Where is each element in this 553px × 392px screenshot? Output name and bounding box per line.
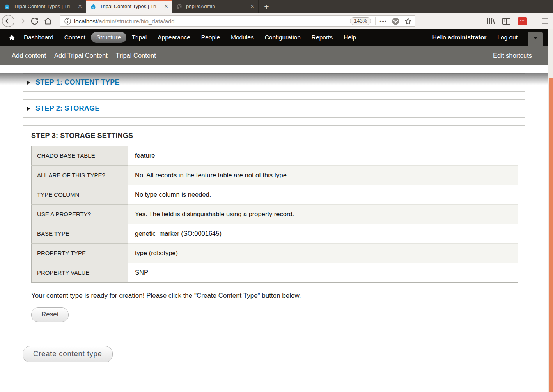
site-info-icon[interactable]: [64, 18, 71, 25]
row-value: genetic_marker (SO:0001645): [128, 224, 518, 244]
admin-menu-content[interactable]: Content: [59, 32, 91, 43]
tab-close-icon[interactable]: ×: [163, 3, 169, 10]
url-bar[interactable]: localhost/admin/structure/bio_data/add 1…: [60, 15, 415, 27]
tab-title: Tripal Content Types | Tri: [100, 4, 163, 9]
user-greeting: Hello administrator: [427, 34, 492, 41]
admin-menu-configuration[interactable]: Configuration: [259, 32, 306, 43]
create-content-type-button[interactable]: Create content type: [23, 346, 113, 362]
browser-tab-1[interactable]: Tripal Content Types | Tri ×: [0, 0, 86, 13]
admin-menu-help[interactable]: Help: [338, 32, 362, 43]
drupal-favicon-icon: [90, 4, 96, 10]
phppgadmin-favicon-icon: [176, 4, 183, 10]
toolbar-toggle-button[interactable]: [528, 32, 543, 46]
pocket-icon[interactable]: [392, 18, 399, 25]
row-label: USE A PROPERTY?: [32, 205, 128, 224]
browser-tab-strip: Tripal Content Types | Tri × Tripal Cont…: [0, 0, 553, 13]
row-value: No type column is needed.: [128, 185, 518, 205]
logout-link[interactable]: Log out: [492, 34, 523, 41]
browser-tab-3[interactable]: phpPgAdmin ×: [172, 0, 258, 13]
table-row: ALL ARE OF THIS TYPE? No. All records in…: [32, 166, 518, 185]
shortcut-add-tripal-content[interactable]: Add Tripal Content: [54, 52, 108, 59]
row-label: PROPERTY TYPE: [32, 244, 128, 263]
page-actions-icon[interactable]: •••: [379, 18, 387, 25]
admin-menu-modules[interactable]: Modules: [225, 32, 259, 43]
step2-title-link[interactable]: STEP 2: STORAGE: [35, 104, 99, 113]
ready-note: Your content type is ready for creation!…: [31, 292, 518, 300]
admin-menu-tripal[interactable]: Tripal: [126, 32, 152, 43]
step3-title: STEP 3: STORAGE SETTINGS: [31, 132, 518, 140]
extension-addon-icon[interactable]: •••: [518, 17, 527, 25]
table-row: PROPERTY VALUE SNP: [32, 263, 518, 283]
divider: [375, 17, 376, 25]
tab-close-icon[interactable]: ×: [77, 3, 83, 10]
home-button[interactable]: [41, 14, 55, 28]
admin-menu-structure[interactable]: Structure: [91, 32, 126, 43]
step3-fieldset: STEP 3: STORAGE SETTINGS CHADO BASE TABL…: [23, 125, 525, 336]
drupal-admin-menu-bar: Dashboard Content Structure Tripal Appea…: [0, 29, 548, 46]
admin-menu-reports[interactable]: Reports: [306, 32, 338, 43]
admin-home-icon[interactable]: [9, 34, 15, 41]
chevron-down-icon: [534, 37, 537, 41]
drupal-favicon-icon: [4, 4, 10, 10]
zoom-level-badge[interactable]: 143%: [350, 17, 371, 25]
shortcut-tripal-content[interactable]: Tripal Content: [116, 52, 156, 59]
step1-fieldset[interactable]: STEP 1: CONTENT TYPE: [23, 73, 525, 92]
collapsed-arrow-icon: [27, 81, 32, 85]
row-label: PROPERTY VALUE: [32, 263, 128, 283]
table-row: CHADO BASE TABLE feature: [32, 146, 518, 166]
shortcuts-bar: Add content Add Tripal Content Tripal Co…: [0, 46, 548, 65]
library-icon[interactable]: [486, 17, 495, 25]
shortcut-add-content[interactable]: Add content: [12, 52, 46, 59]
url-host: localhost: [74, 18, 97, 25]
back-button[interactable]: [2, 14, 15, 28]
row-label: ALL ARE OF THIS TYPE?: [32, 166, 128, 185]
toolbar-right-icons: •••: [486, 17, 550, 25]
browser-toolbar: localhost/admin/structure/bio_data/add 1…: [0, 13, 553, 29]
scrollbar-thumb[interactable]: [549, 78, 553, 392]
table-row: BASE TYPE genetic_marker (SO:0001645): [32, 224, 518, 244]
url-text: localhost/admin/structure/bio_data/add: [74, 18, 350, 25]
row-value: feature: [128, 146, 518, 166]
storage-settings-table: CHADO BASE TABLE feature ALL ARE OF THIS…: [31, 146, 518, 283]
table-row: PROPERTY TYPE type (rdfs:type): [32, 244, 518, 263]
bookmark-star-icon[interactable]: [404, 18, 412, 25]
reload-icon[interactable]: [28, 14, 41, 28]
step2-fieldset[interactable]: STEP 2: STORAGE: [23, 99, 525, 118]
divider: [534, 17, 534, 25]
row-value: No. All records in the feature table are…: [128, 166, 518, 185]
scrollbar-track[interactable]: [548, 29, 553, 392]
admin-menu-dashboard[interactable]: Dashboard: [18, 32, 59, 43]
row-value: SNP: [128, 263, 518, 283]
row-value: Yes. The field is distinguishable using …: [128, 205, 518, 224]
menu-hamburger-icon[interactable]: [541, 18, 549, 25]
row-value: type (rdfs:type): [128, 244, 518, 263]
browser-tab-2-active[interactable]: Tripal Content Types | Tri ×: [86, 0, 172, 13]
reset-button[interactable]: Reset: [31, 307, 69, 322]
url-path: /admin/structure/bio_data/add: [97, 18, 174, 25]
new-tab-button[interactable]: +: [258, 0, 275, 13]
row-label: BASE TYPE: [32, 224, 128, 244]
sidebar-toggle-icon[interactable]: [502, 17, 511, 25]
page-content: STEP 1: CONTENT TYPE STEP 2: STORAGE STE…: [0, 73, 553, 392]
username: administrator: [448, 34, 486, 41]
table-row: TYPE COLUMN No type column is needed.: [32, 185, 518, 205]
tab-title: phpPgAdmin: [186, 4, 249, 9]
tab-title: Tripal Content Types | Tri: [14, 4, 76, 9]
admin-menu-appearance[interactable]: Appearance: [152, 32, 196, 43]
collapsed-arrow-icon: [27, 107, 32, 111]
row-label: CHADO BASE TABLE: [32, 146, 128, 166]
admin-bar-right: Hello administrator Log out: [427, 34, 523, 41]
edit-shortcuts-link[interactable]: Edit shortcuts: [493, 52, 532, 59]
admin-menu-people[interactable]: People: [196, 32, 225, 43]
row-label: TYPE COLUMN: [32, 185, 128, 205]
tab-close-icon[interactable]: ×: [250, 3, 255, 10]
step1-title-link[interactable]: STEP 1: CONTENT TYPE: [35, 78, 120, 87]
forward-button[interactable]: [15, 14, 28, 28]
table-row: USE A PROPERTY? Yes. The field is distin…: [32, 205, 518, 224]
